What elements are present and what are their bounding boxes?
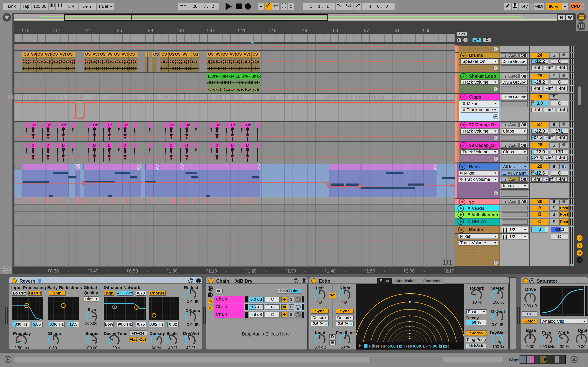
svg-text:1: 1 [114, 305, 115, 309]
svg-text:2: 2 [136, 306, 137, 309]
